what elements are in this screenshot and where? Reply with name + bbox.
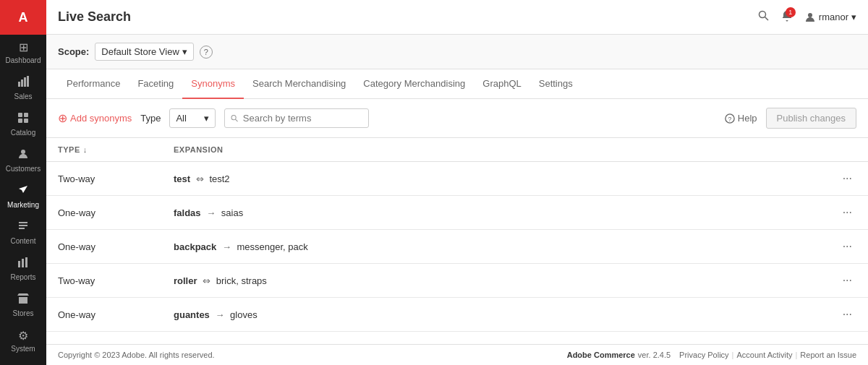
header-right: 1 rmanor ▾ (758, 10, 856, 25)
svg-rect-12 (18, 261, 20, 267)
row-more-button[interactable]: ··· (838, 272, 856, 288)
type-label: Type (140, 113, 161, 124)
arrow-icon: → (206, 207, 216, 218)
term: backpack (174, 241, 216, 252)
search-input[interactable] (243, 113, 362, 124)
svg-rect-9 (19, 222, 27, 223)
content-icon (17, 220, 29, 235)
type-cell: Two-way (46, 162, 162, 196)
expansion-cell: pantalones ⇔ pants, pantalón (162, 332, 827, 345)
scope-help-icon[interactable]: ? (200, 46, 213, 59)
table-row: One-way backpack → messenger, pack ··· (46, 230, 868, 264)
sidebar-item-label: Marketing (7, 201, 39, 209)
help-button[interactable]: ? Help (725, 113, 757, 124)
tab-synonyms[interactable]: Synonyms (182, 69, 244, 99)
system-icon: ⚙ (18, 329, 28, 343)
search-box[interactable] (224, 108, 369, 128)
svg-point-19 (231, 115, 236, 119)
scope-chevron-icon: ▾ (182, 46, 187, 57)
stores-icon (17, 293, 29, 307)
tab-performance[interactable]: Performance (58, 69, 129, 99)
actions-cell: ··· (827, 298, 868, 332)
row-more-button[interactable]: ··· (838, 171, 856, 186)
sidebar-item-stores[interactable]: Stores (0, 287, 46, 323)
sep2: | (795, 351, 797, 359)
search-icon[interactable] (758, 10, 770, 25)
table-row: Two-way test ⇔ test2 ··· (46, 162, 868, 196)
svg-rect-2 (24, 77, 26, 87)
col-type: TYPE ↓ (46, 138, 162, 162)
actions-cell: ··· (827, 332, 868, 345)
type-cell: One-way (46, 196, 162, 230)
row-more-button[interactable]: ··· (838, 239, 856, 254)
svg-rect-0 (18, 82, 20, 87)
svg-rect-4 (18, 113, 22, 117)
scope-selector[interactable]: Default Store View ▾ (95, 43, 193, 61)
sidebar-item-content[interactable]: Content (0, 215, 46, 251)
svg-rect-1 (21, 80, 23, 87)
term: guantes (174, 309, 210, 320)
help-label: Help (738, 113, 757, 124)
type-dropdown[interactable]: All ▾ (169, 108, 215, 128)
dashboard-icon: ⊞ (19, 40, 28, 54)
svg-text:?: ? (728, 115, 731, 122)
footer-right: Adobe Commerce ver. 2.4.5 Privacy Policy… (567, 351, 856, 359)
tab-settings[interactable]: Settings (530, 69, 582, 99)
sidebar-item-dashboard[interactable]: ⊞ Dashboard (0, 35, 46, 70)
footer-version: ver. 2.4.5 (638, 351, 671, 359)
expansion-value: saias (221, 207, 243, 218)
account-activity-link[interactable]: Account Activity (736, 351, 792, 359)
sort-icon: ↓ (83, 145, 88, 154)
expansion-cell: test ⇔ test2 (162, 162, 827, 196)
tabs-bar: Performance Faceting Synonyms Search Mer… (46, 69, 868, 99)
tab-category-merchandising[interactable]: Category Merchandising (354, 69, 474, 99)
sidebar-item-extensions[interactable]: Find Partners & Extensions (0, 358, 46, 365)
report-issue-link[interactable]: Report an Issue (800, 351, 856, 359)
row-more-button[interactable]: ··· (838, 205, 856, 220)
sidebar-item-label: Dashboard (6, 56, 41, 64)
tab-faceting[interactable]: Faceting (129, 69, 182, 99)
type-cell: Two-way (46, 264, 162, 298)
sidebar-item-reports[interactable]: Reports (0, 251, 46, 287)
sidebar-item-label: Stores (13, 309, 34, 317)
sidebar-item-catalog[interactable]: Catalog (0, 106, 46, 142)
arrow-icon: → (215, 309, 224, 320)
col-expansion: EXPANSION (162, 138, 827, 162)
tab-search-merchandising[interactable]: Search Merchandising (244, 69, 354, 99)
sidebar-item-sales[interactable]: Sales (0, 70, 46, 106)
user-menu[interactable]: rmanor ▾ (804, 12, 856, 23)
notifications-icon[interactable]: 1 (781, 10, 793, 25)
sidebar-item-label: Catalog (11, 129, 35, 137)
reports-icon (17, 257, 29, 271)
sidebar-item-marketing[interactable]: Marketing (0, 179, 46, 215)
arrow-icon: ⇔ (203, 275, 210, 286)
term: faldas (174, 207, 201, 218)
privacy-policy-link[interactable]: Privacy Policy (679, 351, 728, 359)
sidebar-item-label: Content (10, 237, 35, 245)
add-synonyms-button[interactable]: ⊕ Add synonyms (58, 111, 132, 125)
footer-brand: Adobe Commerce (567, 351, 635, 359)
row-more-button[interactable]: ··· (838, 306, 856, 322)
type-sort[interactable]: TYPE ↓ (58, 145, 150, 154)
sidebar-item-system[interactable]: ⚙ System (0, 323, 46, 358)
content-area: ⊕ Add synonyms Type All ▾ ? Help Publish… (46, 99, 868, 344)
arrow-icon: → (222, 241, 231, 252)
tab-graphql[interactable]: GraphQL (474, 69, 529, 99)
scope-bar: Scope: Default Store View ▾ ? (46, 35, 868, 69)
svg-rect-15 (22, 299, 25, 304)
sidebar-item-label: Reports (10, 273, 35, 281)
type-cell: One-way (46, 230, 162, 264)
expansion-value: brick, straps (216, 275, 267, 286)
publish-button[interactable]: Publish changes (766, 108, 856, 129)
customers-icon (17, 148, 29, 163)
sidebar-item-label: System (11, 345, 35, 353)
svg-line-17 (765, 17, 768, 20)
expansion-cell: roller ⇔ brick, straps (162, 264, 827, 298)
notification-badge: 1 (786, 7, 796, 17)
expansion-cell: backpack → messenger, pack (162, 230, 827, 264)
sidebar: A ⊞ Dashboard Sales Catalog Customers Ma… (0, 0, 46, 365)
sidebar-item-customers[interactable]: Customers (0, 142, 46, 179)
synonyms-table: TYPE ↓ EXPANSION Two-way test ⇔ test2 ··… (46, 138, 868, 344)
term: roller (174, 275, 197, 286)
svg-rect-3 (27, 76, 29, 87)
